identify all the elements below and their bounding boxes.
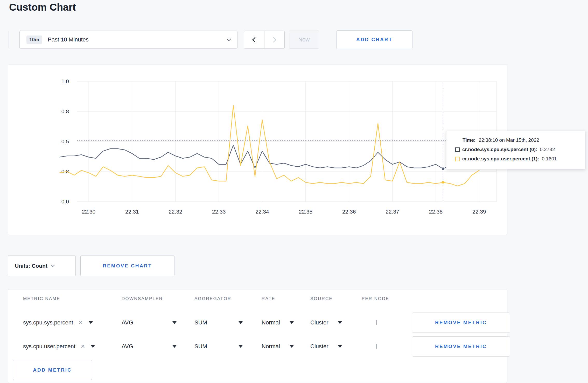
tooltip-time-label: Time: [463,137,475,143]
header-metric-name: METRIC NAME [23,296,122,301]
series-user-swatch-icon [455,157,460,161]
tooltip-time-value: 22:38:10 on Mar 15th, 2022 [479,137,539,143]
rate-value: Normal [262,319,280,326]
metric-name-select[interactable]: sys.cpu.sys.percent ✕ [23,319,122,326]
caret-down-icon [89,321,93,324]
header-per-node: PER NODE [362,296,412,301]
clear-metric-icon[interactable]: ✕ [78,320,83,326]
source-select[interactable]: Cluster [310,319,342,326]
rate-select[interactable]: Normal [262,319,294,326]
source-value: Cluster [310,319,328,326]
x-tick-label: 22:31 [125,209,139,215]
remove-chart-button[interactable]: REMOVE CHART [80,255,174,276]
caret-down-icon [338,321,342,324]
aggregator-select[interactable]: SUM [194,343,243,350]
hover-point-marker [442,167,444,170]
remove-metric-button[interactable]: REMOVE METRIC [412,336,510,357]
x-tick-label: 22:39 [472,209,486,215]
units-select[interactable]: Units: Count [8,255,76,276]
next-range-button[interactable] [264,31,285,49]
toolbar-divider [9,31,9,48]
y-tick-label: 1.0 [61,78,69,84]
tooltip-series-value: 0.2732 [540,147,555,152]
rate-value: Normal [262,343,280,350]
x-tick-label: 22:33 [212,209,226,215]
now-button[interactable]: Now [289,31,319,49]
downsampler-value: AVG [122,319,133,326]
time-range-badge: 10m [26,36,42,44]
remove-metric-button[interactable]: REMOVE METRIC [412,313,510,333]
aggregator-value: SUM [194,319,207,326]
per-node-checkbox[interactable] [376,344,377,349]
add-metric-button[interactable]: ADD METRIC [13,360,92,380]
rate-select[interactable]: Normal [262,343,294,350]
source-select[interactable]: Cluster [310,343,342,350]
series-sys-swatch-icon [455,147,460,152]
chart-canvas[interactable]: 0.00.30.50.81.022:3022:3122:3222:3322:34… [8,65,507,235]
previous-range-button[interactable] [244,31,264,49]
header-source: SOURCE [310,296,362,301]
source-value: Cluster [310,343,328,350]
chevron-down-icon [227,37,231,41]
x-tick-label: 22:34 [255,209,269,215]
x-tick-label: 22:35 [299,209,313,215]
series-line [60,105,479,186]
custom-chart-page: Custom Chart 10m Past 10 Minutes Now ADD… [0,0,588,383]
time-pager [244,31,285,49]
x-tick-label: 22:38 [429,209,443,215]
hover-point-marker [442,181,444,184]
downsampler-select[interactable]: AVG [122,319,177,326]
x-tick-label: 22:37 [386,209,399,215]
tooltip-series-row: cr.node.sys.cpu.sys.percent (0): 0.2732 [455,147,579,152]
tooltip-time: Time:22:38:10 on Mar 15th, 2022 [463,137,579,143]
time-range-label: Past 10 Minutes [48,36,89,43]
header-aggregator: AGGREGATOR [194,296,262,301]
chart-panel: 0.00.30.50.81.022:3022:3122:3222:3322:34… [8,65,507,235]
y-tick-label: 0.0 [61,198,69,204]
tooltip-series-name: cr.node.sys.cpu.sys.percent (0): [462,147,537,152]
caret-down-icon [91,345,95,348]
aggregator-value: SUM [194,343,207,350]
per-node-checkbox[interactable] [376,320,377,325]
tooltip-series-name: cr.node.sys.cpu.user.percent (1): [462,156,539,162]
x-tick-label: 22:30 [82,209,96,215]
units-label: Units: Count [15,263,47,269]
downsampler-value: AVG [122,343,133,350]
clear-metric-icon[interactable]: ✕ [81,343,85,350]
caret-down-icon [239,321,243,324]
chevron-left-icon [252,37,258,42]
metric-name-value: sys.cpu.sys.percent [23,319,73,326]
caret-down-icon [172,345,177,348]
metric-name-value: sys.cpu.user.percent [23,343,75,350]
x-tick-label: 22:32 [169,209,182,215]
chevron-down-icon [51,263,55,267]
chart-tooltip: Time:22:38:10 on Mar 15th, 2022 cr.node.… [446,131,585,169]
y-tick-label: 0.3 [61,168,69,174]
time-range-select[interactable]: 10m Past 10 Minutes [19,31,237,49]
caret-down-icon [290,321,294,324]
tooltip-series-row: cr.node.sys.cpu.user.percent (1): 0.1601 [455,156,579,162]
header-downsampler: DOWNSAMPLER [122,296,194,301]
metrics-table-header: METRIC NAME DOWNSAMPLER AGGREGATOR RATE … [8,289,507,301]
y-tick-label: 0.5 [61,138,69,144]
caret-down-icon [338,345,342,348]
caret-down-icon [239,345,243,348]
chevron-right-icon [271,37,276,42]
table-row: sys.cpu.user.percent ✕ AVG SUM Normal Cl… [8,335,507,358]
add-chart-button[interactable]: ADD CHART [336,30,412,49]
table-row: sys.cpu.sys.percent ✕ AVG SUM Normal Clu… [8,311,507,335]
caret-down-icon [290,345,294,348]
tooltip-series-value: 0.1601 [542,156,557,162]
aggregator-select[interactable]: SUM [194,319,243,326]
series-line [60,145,479,169]
downsampler-select[interactable]: AVG [122,343,177,350]
caret-down-icon [172,321,177,324]
page-title: Custom Chart [9,2,76,13]
y-tick-label: 0.8 [61,108,69,114]
metrics-table: METRIC NAME DOWNSAMPLER AGGREGATOR RATE … [8,289,507,383]
metric-name-select[interactable]: sys.cpu.user.percent ✕ [23,343,122,350]
x-tick-label: 22:36 [342,209,356,215]
header-rate: RATE [262,296,310,301]
